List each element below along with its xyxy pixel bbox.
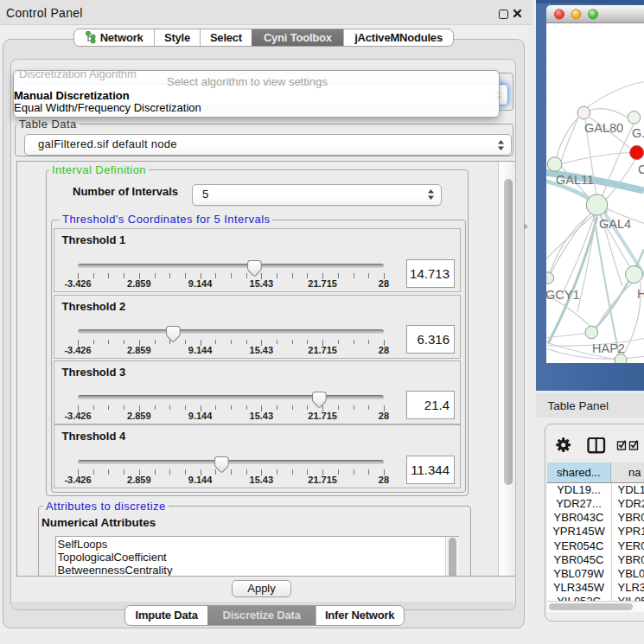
svg-text:C: C (638, 162, 644, 175)
svg-text:GAL11: GAL11 (556, 172, 594, 186)
svg-text:GAL4: GAL4 (599, 216, 631, 230)
svg-text:H: H (637, 286, 644, 300)
svg-text:G.: G. (632, 126, 644, 140)
svg-text:GCY1: GCY1 (546, 288, 580, 302)
svg-text:GAL80: GAL80 (584, 121, 623, 135)
svg-text:HAP2: HAP2 (592, 341, 625, 354)
